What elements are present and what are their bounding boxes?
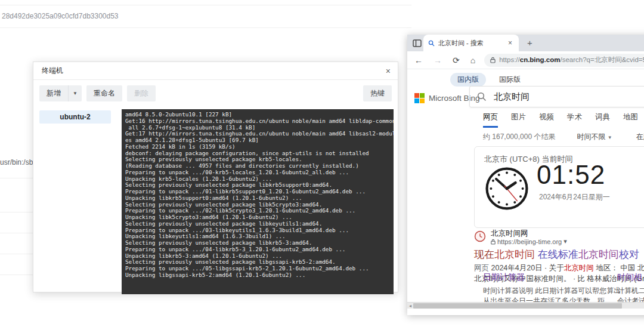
current-time-value: 01:52 xyxy=(537,160,605,190)
bing-search-input[interactable]: 北京时间 xyxy=(469,86,644,107)
terminal-screen[interactable]: amd64 8.5.0-2ubuntu10.1 [227 kB] Get:16 … xyxy=(122,109,394,294)
analog-clock-icon xyxy=(484,166,530,214)
lock-icon xyxy=(491,239,496,245)
open-new-tab-option[interactable]: 在新选项卡中打 xyxy=(636,132,644,142)
result-site-url[interactable]: https://beijing-time.org ▾ xyxy=(491,238,567,245)
site-favicon-icon xyxy=(474,230,486,242)
tab-actions-icon[interactable] xyxy=(413,39,422,50)
terminal-dialog-body: ubuntu-2 amd64 8.5.0-2ubuntu10.1 [227 kB… xyxy=(33,106,398,297)
background-divider xyxy=(0,233,33,233)
serp-tabs: 网页 图片 视频 学术 词典 地图 xyxy=(483,112,638,128)
tab-close-icon[interactable]: × xyxy=(506,39,514,47)
terminal-toolbar: 新增 ▼ 重命名 删除 热键 xyxy=(33,80,398,106)
refresh-icon[interactable]: ⟳ xyxy=(447,56,465,65)
sublink-title-link[interactable]: 日期计算器 xyxy=(483,272,617,283)
sublink-title-link[interactable]: 时间相 xyxy=(617,272,644,283)
search-query-text: 北京时间 xyxy=(494,91,530,103)
background-divider xyxy=(0,27,411,28)
terminal-dialog: 终端机 × 新增 ▼ 重命名 删除 热键 ubuntu-2 amd64 8.5.… xyxy=(33,61,398,292)
new-tab-button[interactable]: + xyxy=(524,37,535,49)
background-divider xyxy=(0,212,33,212)
sublink-date-calculator: 日期计算器 时间计算器说明 此日期计算器可以帮您算出从出生至今日一共存活了多少天… xyxy=(483,272,617,306)
result-site-name[interactable]: 北京时间网 xyxy=(491,229,567,238)
background-divider xyxy=(0,254,33,254)
new-session-button[interactable]: 新增 xyxy=(39,85,68,101)
sublink-time-diff: 时间相 计算机二会计考试 xyxy=(617,272,644,306)
horizontal-scrollbar[interactable]: ◂ xyxy=(407,302,644,309)
lock-icon xyxy=(490,57,496,63)
search-icon xyxy=(477,92,487,101)
browser-window: 北京时间 - 搜索 × + ← → ⟳ ⌂ https://cn.bing.co… xyxy=(407,35,644,315)
new-session-split-button: 新增 ▼ xyxy=(39,85,82,101)
address-bar[interactable]: https://cn.bing.com/search?q=北京时间&cvid=5… xyxy=(484,54,644,67)
browser-tab-active[interactable]: 北京时间 - 搜索 × xyxy=(423,35,519,51)
result-sublinks: 日期计算器 时间计算器说明 此日期计算器可以帮您算出从出生至今日一共存活了多少天… xyxy=(483,272,644,306)
terminal-output: amd64 8.5.0-2ubuntu10.1 [227 kB] Get:16 … xyxy=(125,112,390,279)
current-date-value: 2024年6月24日星期一 xyxy=(539,192,610,202)
microsoft-logo-icon xyxy=(414,93,425,103)
search-icon xyxy=(428,40,435,47)
background-hash-text: 28d492de3025a09c0cfd7db3300d53 xyxy=(2,12,119,20)
browser-tabstrip: 北京时间 - 搜索 × + xyxy=(407,35,644,51)
edition-domestic-pill[interactable]: 国内版 xyxy=(450,73,486,87)
close-icon[interactable]: × xyxy=(386,66,391,76)
scrollbar-thumb[interactable] xyxy=(413,303,622,309)
desktop: 28d492de3025a09c0cfd7db3300d53 usr/bin:/… xyxy=(0,0,644,336)
browser-toolbar: ← → ⟳ ⌂ https://cn.bing.com/search?q=北京时… xyxy=(407,51,644,69)
beijing-time-card: 北京市 (UTC+8) 当前时间 xyxy=(474,146,644,228)
terminal-dialog-title: 终端机 xyxy=(42,66,63,76)
session-list: ubuntu-2 xyxy=(39,109,122,294)
tab-maps[interactable]: 地图 xyxy=(623,112,638,128)
result-site-row: 北京时间网 https://beijing-time.org ▾ xyxy=(474,229,644,245)
background-divider xyxy=(0,275,33,275)
results-stats-row: 约 167,000,000 个结果 时间不限 ▼ 在新选项卡中打 xyxy=(483,132,644,142)
delete-button: 删除 xyxy=(127,85,156,101)
tab-web[interactable]: 网页 xyxy=(483,112,498,128)
chevron-down-icon: ▾ xyxy=(564,238,567,245)
time-filter-dropdown[interactable]: 时间不限 ▼ xyxy=(577,132,612,142)
tab-images[interactable]: 图片 xyxy=(511,112,526,128)
bing-page: 国内版 国际版 Microsoft Bing 北京时间 网页 图片 视频 学术 … xyxy=(407,69,644,309)
home-icon[interactable]: ⌂ xyxy=(465,56,481,65)
tab-videos[interactable]: 视频 xyxy=(539,112,554,128)
terminal-dialog-header: 终端机 × xyxy=(33,62,398,80)
tab-academic[interactable]: 学术 xyxy=(567,112,582,128)
tab-title: 北京时间 - 搜索 xyxy=(438,39,506,48)
background-divider xyxy=(0,5,411,5)
url-text: https://cn.bing.com/search?q=北京时间&cvid=5… xyxy=(499,56,644,64)
hotkey-button[interactable]: 热键 xyxy=(363,85,392,101)
rename-button[interactable]: 重命名 xyxy=(86,85,122,101)
result-title-link[interactable]: 现在北京时间 在线标准北京时间校对 xyxy=(474,248,644,261)
back-icon[interactable]: ← xyxy=(412,56,428,65)
bing-edition-switch: 国内版 国际版 xyxy=(450,73,521,87)
tab-dictionary[interactable]: 词典 xyxy=(595,112,610,128)
forward-icon: → xyxy=(428,56,447,65)
edition-international-link[interactable]: 国际版 xyxy=(499,75,521,85)
session-item-ubuntu-2[interactable]: ubuntu-2 xyxy=(39,110,111,124)
scroll-left-icon[interactable]: ◂ xyxy=(407,303,413,309)
results-count: 约 167,000,000 个结果 xyxy=(483,132,555,142)
new-session-dropdown-icon[interactable]: ▼ xyxy=(68,85,82,101)
chevron-down-icon: ▼ xyxy=(608,135,612,140)
